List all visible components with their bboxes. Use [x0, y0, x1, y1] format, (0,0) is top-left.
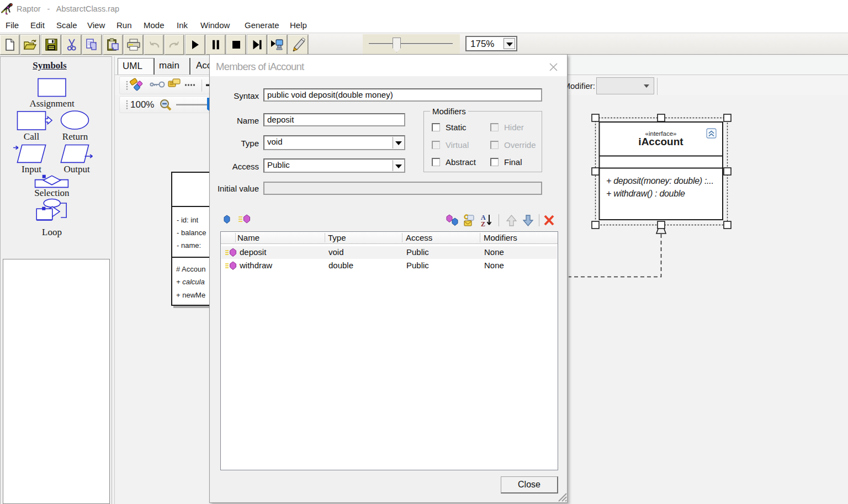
- svg-text:100%: 100%: [130, 99, 154, 110]
- svg-text:+ withdraw() : double: + withdraw() : double: [606, 189, 685, 198]
- svg-text:iAccount: iAccount: [638, 136, 683, 147]
- svg-text:+ deposit(money: double) :...: + deposit(money: double) :...: [606, 176, 714, 185]
- svg-text:Z: Z: [481, 220, 485, 228]
